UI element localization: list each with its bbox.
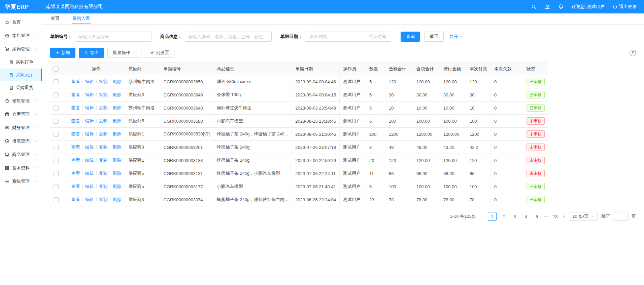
export-button[interactable]: 导出 bbox=[79, 48, 104, 58]
delete-link[interactable]: 删除 bbox=[113, 92, 122, 97]
delete-link[interactable]: 删除 bbox=[113, 158, 122, 163]
search-button[interactable]: 查询 bbox=[401, 32, 420, 42]
edit-link[interactable]: 编辑 bbox=[85, 79, 94, 84]
delete-link[interactable]: 删除 bbox=[113, 197, 122, 202]
copy-link[interactable]: 复制 bbox=[99, 79, 108, 84]
page-13-button[interactable]: 13 bbox=[551, 212, 559, 221]
batch-actions-button[interactable]: 批量操作 bbox=[107, 48, 141, 58]
select-all-checkbox[interactable] bbox=[54, 67, 59, 72]
copy-link[interactable]: 复制 bbox=[99, 158, 108, 163]
copy-link[interactable]: 复制 bbox=[99, 105, 108, 110]
sidebar-item-purchase[interactable]: 采购管理 bbox=[0, 42, 42, 56]
tab-purchase-inbound[interactable]: 采购入库 bbox=[72, 13, 91, 24]
sidebar-item-basedata[interactable]: 基本资料 bbox=[0, 161, 42, 175]
reset-button[interactable]: 重置 bbox=[424, 32, 444, 42]
edit-link[interactable]: 编辑 bbox=[85, 197, 94, 202]
bell-icon[interactable] bbox=[558, 4, 564, 9]
column-settings-button[interactable]: 列设置 bbox=[145, 48, 174, 58]
sidebar-item-purchase-order[interactable]: 采购订单 bbox=[0, 56, 42, 69]
row-checkbox[interactable] bbox=[54, 106, 59, 111]
copy-link[interactable]: 复制 bbox=[99, 171, 108, 176]
page-size-select[interactable]: 10 条/页 bbox=[569, 212, 598, 221]
row-checkbox[interactable] bbox=[54, 197, 59, 202]
row-checkbox[interactable] bbox=[54, 92, 59, 97]
page-ellipsis[interactable]: ••• bbox=[544, 215, 548, 218]
edit-link[interactable]: 编辑 bbox=[85, 158, 94, 163]
bill-no-input[interactable] bbox=[75, 32, 151, 42]
sidebar-item-sales[interactable]: 销售管理 bbox=[0, 94, 42, 108]
view-link[interactable]: 查看 bbox=[71, 197, 80, 202]
bank-icon[interactable] bbox=[545, 4, 550, 9]
jump-page-input[interactable] bbox=[613, 212, 629, 221]
plus-icon bbox=[56, 51, 60, 55]
delete-link[interactable]: 删除 bbox=[113, 79, 122, 84]
page-2-button[interactable]: 2 bbox=[500, 212, 508, 221]
view-link[interactable]: 查看 bbox=[71, 131, 80, 136]
row-checkbox[interactable] bbox=[54, 184, 59, 189]
view-link[interactable]: 查看 bbox=[71, 105, 80, 110]
sidebar-item-label: 报表查询 bbox=[12, 138, 30, 144]
sidebar-item-system[interactable]: 系统管理 bbox=[0, 175, 42, 188]
cell-debt: 0 bbox=[490, 128, 523, 141]
copy-link[interactable]: 复制 bbox=[99, 197, 108, 202]
row-checkbox[interactable] bbox=[54, 132, 59, 137]
cell-operator: 测试用户 bbox=[339, 88, 366, 101]
add-button[interactable]: 新增 bbox=[50, 48, 75, 58]
sidebar-item-retail[interactable]: 零售管理 bbox=[0, 29, 42, 42]
sidebar-item-warehouse[interactable]: 仓库管理 bbox=[0, 108, 42, 121]
sidebar-item-purchase-return[interactable]: 采购退货 bbox=[0, 81, 42, 94]
sidebar-item-purchase-inbound[interactable]: 采购入库 bbox=[0, 69, 42, 81]
delete-link[interactable]: 删除 bbox=[113, 184, 122, 189]
edit-link[interactable]: 编辑 bbox=[85, 105, 94, 110]
view-link[interactable]: 查看 bbox=[71, 118, 80, 123]
row-checkbox[interactable] bbox=[54, 171, 59, 176]
delete-link[interactable]: 删除 bbox=[113, 145, 122, 150]
delete-link[interactable]: 删除 bbox=[113, 131, 122, 136]
cell-due: 1200.00 bbox=[440, 128, 466, 141]
view-link[interactable]: 查看 bbox=[71, 158, 80, 163]
edit-link[interactable]: 编辑 bbox=[85, 118, 94, 123]
delete-link[interactable]: 删除 bbox=[113, 105, 122, 110]
view-link[interactable]: 查看 bbox=[71, 145, 80, 150]
cell-debt: 0 bbox=[490, 167, 523, 180]
goods-info-input[interactable] bbox=[185, 32, 272, 42]
sidebar-item-home[interactable]: 首页 bbox=[0, 15, 42, 29]
edit-link[interactable]: 编辑 bbox=[85, 145, 94, 150]
search-icon[interactable] bbox=[531, 4, 537, 9]
page-1-button[interactable]: 1 bbox=[488, 212, 497, 221]
expand-filters-link[interactable]: 展开 bbox=[449, 34, 463, 40]
view-link[interactable]: 查看 bbox=[71, 171, 80, 176]
edit-link[interactable]: 编辑 bbox=[85, 184, 94, 189]
edit-link[interactable]: 编辑 bbox=[85, 131, 94, 136]
copy-link[interactable]: 复制 bbox=[99, 184, 108, 189]
tab-home[interactable]: 首页 bbox=[50, 13, 60, 24]
copy-link[interactable]: 复制 bbox=[99, 92, 108, 97]
edit-link[interactable]: 编辑 bbox=[85, 92, 94, 97]
divider bbox=[82, 197, 83, 201]
copy-link[interactable]: 复制 bbox=[99, 131, 108, 136]
copy-link[interactable]: 复制 bbox=[99, 145, 108, 150]
row-checkbox[interactable] bbox=[54, 79, 59, 84]
view-link[interactable]: 查看 bbox=[71, 79, 80, 84]
delete-link[interactable]: 删除 bbox=[113, 118, 122, 123]
view-link[interactable]: 查看 bbox=[71, 92, 80, 97]
page-4-button[interactable]: 4 bbox=[522, 212, 530, 221]
page-3-button[interactable]: 3 bbox=[511, 212, 519, 221]
sidebar-item-report[interactable]: 报表查询 bbox=[0, 134, 42, 148]
edit-link[interactable]: 编辑 bbox=[85, 171, 94, 176]
copy-link[interactable]: 复制 bbox=[99, 118, 108, 123]
chevron-down-icon bbox=[133, 51, 136, 54]
date-range-picker[interactable]: 开始时间 ~ 结束时间 bbox=[305, 32, 391, 42]
next-page-button[interactable] bbox=[562, 215, 566, 218]
page-5-button[interactable]: 5 bbox=[533, 212, 541, 221]
prev-page-button[interactable] bbox=[481, 215, 485, 218]
row-checkbox[interactable] bbox=[54, 158, 59, 163]
sidebar-item-finance[interactable]: 财务管理 bbox=[0, 121, 42, 134]
help-icon[interactable]: ? bbox=[630, 50, 636, 56]
row-checkbox[interactable] bbox=[54, 119, 59, 124]
sidebar-item-goods[interactable]: 商品管理 bbox=[0, 148, 42, 161]
view-link[interactable]: 查看 bbox=[71, 184, 80, 189]
row-checkbox[interactable] bbox=[54, 145, 59, 150]
logout-button[interactable]: 退出登录 bbox=[613, 4, 637, 10]
delete-link[interactable]: 删除 bbox=[113, 171, 122, 176]
